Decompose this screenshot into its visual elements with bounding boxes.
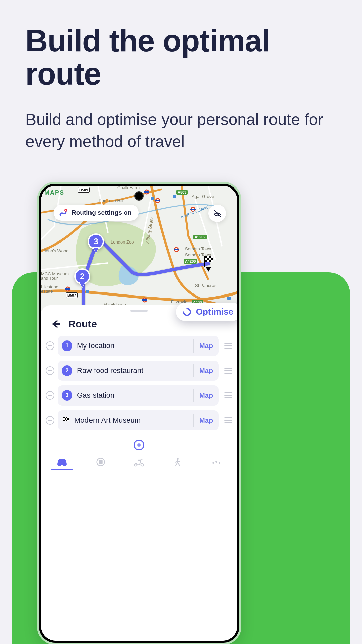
svg-rect-27 bbox=[205, 260, 207, 262]
add-stop-button[interactable] bbox=[41, 435, 237, 453]
svg-point-42 bbox=[141, 464, 144, 466]
offline-toggle-button[interactable] bbox=[208, 205, 226, 222]
svg-rect-40 bbox=[99, 460, 102, 464]
map-label: Primrose Hill bbox=[99, 198, 123, 203]
stop-map-button[interactable]: Map bbox=[194, 392, 219, 399]
svg-rect-29 bbox=[63, 417, 63, 424]
stop-number-badge: 3 bbox=[62, 390, 72, 401]
map-pin-3[interactable]: 3 bbox=[88, 233, 104, 250]
svg-rect-26 bbox=[211, 258, 213, 260]
page-title: Build the optimal route bbox=[25, 24, 337, 91]
refresh-icon bbox=[182, 307, 192, 317]
arrow-left-icon bbox=[50, 319, 60, 329]
svg-rect-21 bbox=[204, 256, 205, 267]
stop-number-badge: 2 bbox=[62, 365, 72, 376]
stop-label: My location bbox=[77, 341, 193, 350]
map-label: Agar Grove bbox=[192, 194, 214, 199]
svg-point-38 bbox=[63, 464, 66, 466]
svg-point-19 bbox=[65, 210, 66, 211]
stop-card[interactable]: 1 My location Map bbox=[58, 336, 219, 356]
finish-flag-marker[interactable] bbox=[202, 254, 215, 268]
svg-point-45 bbox=[212, 462, 214, 464]
stop-row: 2 Raw food restaurant Map bbox=[46, 361, 233, 381]
stop-map-button[interactable]: Map bbox=[194, 417, 219, 424]
walk-icon bbox=[171, 457, 184, 467]
tab-transit[interactable] bbox=[90, 457, 111, 470]
transit-icon bbox=[94, 457, 107, 467]
svg-rect-32 bbox=[66, 417, 67, 418]
road-badge: A503 bbox=[176, 190, 188, 195]
svg-rect-36 bbox=[66, 420, 67, 421]
drag-handle[interactable] bbox=[222, 368, 233, 374]
stop-card[interactable]: 2 Raw food restaurant Map bbox=[58, 361, 219, 381]
remove-stop-button[interactable] bbox=[46, 391, 54, 400]
pin-number: 3 bbox=[94, 237, 98, 246]
drag-handle[interactable] bbox=[222, 392, 233, 398]
svg-point-46 bbox=[215, 461, 217, 463]
map-label: St Pancras bbox=[195, 283, 217, 288]
map-label: John's Wood bbox=[44, 248, 69, 253]
svg-point-43 bbox=[138, 459, 140, 461]
camera-hole bbox=[134, 191, 144, 201]
stop-label: Gas station bbox=[77, 391, 193, 400]
road-badge: B509 bbox=[78, 187, 90, 193]
tab-scooter[interactable] bbox=[128, 457, 150, 470]
scooter-icon bbox=[133, 457, 145, 467]
road-badge: B507 bbox=[66, 292, 78, 298]
svg-rect-24 bbox=[209, 256, 211, 258]
sheet-grabber[interactable] bbox=[130, 310, 148, 312]
plus-icon bbox=[134, 440, 144, 450]
stop-number-badge: 1 bbox=[62, 340, 72, 351]
car-icon bbox=[56, 457, 68, 467]
stop-row: Modern Art Museum Map bbox=[46, 410, 233, 430]
checkered-flag-icon bbox=[62, 416, 70, 424]
stop-map-button[interactable]: Map bbox=[194, 367, 219, 375]
svg-rect-28 bbox=[209, 260, 211, 262]
map-label: Lilestone estate bbox=[41, 285, 64, 293]
road-badge: A4200 bbox=[184, 259, 197, 264]
page-subtitle: Build and optimise your personal route f… bbox=[25, 109, 337, 153]
svg-rect-23 bbox=[205, 256, 207, 258]
optimise-label: Optimise bbox=[196, 307, 233, 317]
back-button[interactable] bbox=[50, 318, 61, 330]
transport-tabs bbox=[41, 453, 237, 475]
map-label: London Zoo bbox=[111, 239, 134, 245]
road-badge: A5202 bbox=[193, 235, 207, 239]
pin-number: 2 bbox=[80, 272, 84, 281]
stop-map-button[interactable]: Map bbox=[194, 342, 219, 350]
svg-rect-31 bbox=[63, 417, 65, 418]
taxi-icon bbox=[210, 457, 223, 467]
map-label: Somers Town bbox=[185, 246, 212, 251]
phone-mockup: MAPS Primrose Hill Agar Grove Chalk Farm… bbox=[37, 182, 241, 644]
stop-label: Raw food restaurant bbox=[77, 366, 193, 375]
map-pin-2[interactable]: 2 bbox=[74, 268, 90, 284]
drag-handle[interactable] bbox=[222, 343, 233, 349]
remove-stop-button[interactable] bbox=[46, 366, 54, 375]
tab-taxi[interactable] bbox=[205, 457, 227, 470]
svg-point-37 bbox=[58, 464, 61, 466]
routing-settings-label: Routing settings on bbox=[72, 209, 131, 216]
stop-row: 3 Gas station Map bbox=[46, 385, 233, 406]
map-view[interactable]: MAPS Primrose Hill Agar Grove Chalk Farm… bbox=[41, 186, 237, 311]
map-label: Regent's Canal bbox=[180, 204, 209, 219]
svg-point-47 bbox=[219, 462, 220, 464]
sheet-title: Route bbox=[68, 318, 97, 330]
offline-icon bbox=[212, 208, 222, 218]
remove-stop-button[interactable] bbox=[46, 341, 54, 350]
optimise-button[interactable]: Optimise bbox=[176, 303, 237, 321]
svg-rect-25 bbox=[207, 258, 209, 260]
route-pin-icon bbox=[58, 209, 68, 217]
svg-rect-34 bbox=[67, 418, 69, 420]
stop-card[interactable]: Modern Art Museum Map bbox=[58, 410, 219, 430]
remove-stop-button[interactable] bbox=[46, 416, 54, 425]
route-bottom-sheet: Optimise Route 1 bbox=[41, 305, 237, 641]
tab-walk[interactable] bbox=[167, 457, 188, 470]
map-label: Chalk Farm bbox=[117, 186, 140, 190]
routing-settings-chip[interactable]: Routing settings on bbox=[54, 205, 139, 221]
svg-rect-35 bbox=[63, 420, 65, 421]
tab-car[interactable] bbox=[51, 457, 73, 470]
stop-card[interactable]: 3 Gas station Map bbox=[58, 385, 219, 406]
status-app-name: MAPS bbox=[44, 189, 64, 196]
drag-handle[interactable] bbox=[222, 417, 233, 423]
stop-label: Modern Art Museum bbox=[74, 416, 193, 425]
